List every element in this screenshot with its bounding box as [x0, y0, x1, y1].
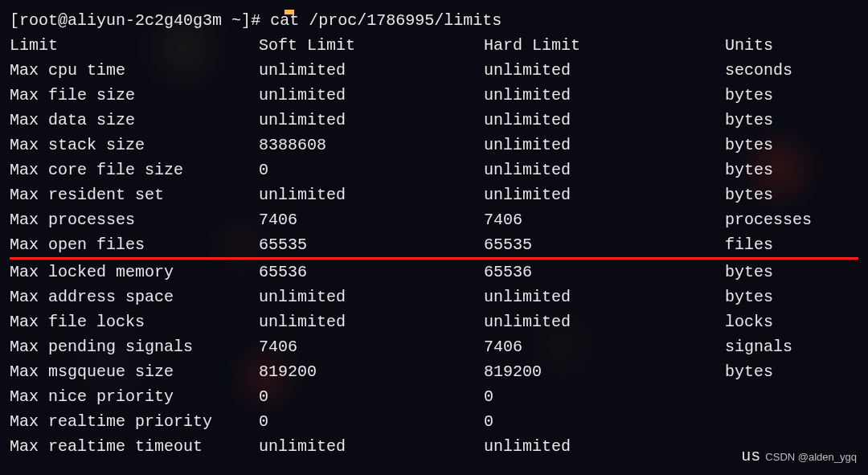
cell-soft-limit: 0	[259, 158, 484, 182]
cell-units: processes	[725, 207, 858, 232]
cell-hard-limit: unlimited	[484, 58, 725, 83]
cell-soft-limit: unlimited	[259, 309, 484, 334]
cell-soft-limit: 65535	[259, 232, 484, 257]
cell-soft-limit: 0	[259, 384, 484, 409]
cell-limit: Max file size	[10, 83, 259, 108]
cell-units: locks	[725, 309, 858, 334]
table-row: Max realtime priority00	[10, 409, 858, 434]
limits-header-row: Limit Soft Limit Hard Limit Units	[10, 33, 858, 58]
cell-units: files	[725, 232, 858, 257]
table-row: Max resident setunlimitedunlimitedbytes	[10, 182, 858, 207]
shell-prompt-line: [root@aliyun-2c2g40g3m ~]# cat /proc/178…	[10, 8, 858, 33]
prompt-symbol: #	[251, 11, 260, 30]
cell-soft-limit: unlimited	[259, 285, 484, 309]
header-soft: Soft Limit	[259, 33, 484, 58]
cell-hard-limit: unlimited	[484, 158, 725, 182]
table-row: Max pending signals74067406signals	[10, 334, 858, 359]
cell-soft-limit: unlimited	[259, 58, 484, 83]
cell-hard-limit: unlimited	[484, 108, 725, 133]
cell-units: signals	[725, 334, 858, 359]
cell-units: bytes	[725, 285, 858, 309]
cell-hard-limit: 65535	[484, 232, 725, 257]
table-row: Max file sizeunlimitedunlimitedbytes	[10, 83, 858, 108]
table-row: Max processes74067406processes	[10, 207, 858, 232]
limits-table-body: Max cpu timeunlimitedunlimitedsecondsMax…	[10, 58, 858, 459]
table-row: Max file locksunlimitedunlimitedlocks	[10, 309, 858, 334]
cell-soft-limit: unlimited	[259, 108, 484, 133]
prompt-cwd: ~	[231, 11, 241, 30]
header-limit: Limit	[10, 33, 259, 58]
cell-units: bytes	[725, 108, 858, 133]
cell-hard-limit: unlimited	[484, 434, 725, 459]
cell-limit: Max data size	[10, 108, 259, 133]
cell-soft-limit: 7406	[259, 207, 484, 232]
cell-hard-limit: 819200	[484, 359, 725, 384]
cell-units	[725, 409, 858, 434]
cell-units	[725, 384, 858, 409]
cell-limit: Max open files	[10, 232, 259, 257]
cell-hard-limit: 0	[484, 384, 725, 409]
table-row: Max open files6553565535files	[10, 232, 858, 260]
cell-soft-limit: 819200	[259, 359, 484, 384]
cell-limit: Max resident set	[10, 182, 259, 207]
cell-units: bytes	[725, 158, 858, 182]
header-units: Units	[725, 33, 858, 58]
header-hard: Hard Limit	[484, 33, 725, 58]
cell-limit: Max realtime priority	[10, 409, 259, 434]
prompt-command: cat /proc/1786995/limits	[270, 11, 502, 30]
table-row: Max cpu timeunlimitedunlimitedseconds	[10, 58, 858, 83]
cell-units: bytes	[725, 133, 858, 158]
cell-limit: Max core file size	[10, 158, 259, 182]
prompt-host: aliyun-2c2g40g3m	[68, 11, 222, 30]
cell-soft-limit: unlimited	[259, 434, 484, 459]
table-row: Max data sizeunlimitedunlimitedbytes	[10, 108, 858, 133]
cell-hard-limit: unlimited	[484, 309, 725, 334]
cell-units: bytes	[725, 260, 858, 285]
table-row: Max address spaceunlimitedunlimitedbytes	[10, 285, 858, 309]
cell-units: seconds	[725, 58, 858, 83]
cell-hard-limit: unlimited	[484, 133, 725, 158]
cell-soft-limit: 8388608	[259, 133, 484, 158]
table-row: Max realtime timeoutunlimitedunlimited	[10, 434, 858, 459]
terminal-cursor	[285, 10, 294, 14]
table-row: Max core file size0unlimitedbytes	[10, 158, 858, 182]
cell-limit: Max locked memory	[10, 260, 259, 285]
cell-hard-limit: 7406	[484, 334, 725, 359]
cell-soft-limit: 7406	[259, 334, 484, 359]
table-row: Max msgqueue size819200819200bytes	[10, 359, 858, 384]
last-units-visible: us	[741, 447, 760, 465]
table-row: Max stack size8388608unlimitedbytes	[10, 133, 858, 158]
cell-soft-limit: 65536	[259, 260, 484, 285]
watermark: usCSDN @alden_ygq	[741, 444, 857, 469]
cell-hard-limit: unlimited	[484, 182, 725, 207]
cell-hard-limit: 0	[484, 409, 725, 434]
cell-hard-limit: 65536	[484, 260, 725, 285]
cell-limit: Max stack size	[10, 133, 259, 158]
prompt-user: root	[19, 11, 58, 30]
cell-limit: Max address space	[10, 285, 259, 309]
cell-soft-limit: unlimited	[259, 83, 484, 108]
cell-limit: Max msgqueue size	[10, 359, 259, 384]
cell-soft-limit: 0	[259, 409, 484, 434]
cell-hard-limit: unlimited	[484, 83, 725, 108]
cell-units: bytes	[725, 182, 858, 207]
cell-limit: Max cpu time	[10, 58, 259, 83]
cell-limit: Max file locks	[10, 309, 259, 334]
cell-limit: Max nice priority	[10, 384, 259, 409]
cell-hard-limit: 7406	[484, 207, 725, 232]
cell-units: bytes	[725, 83, 858, 108]
table-row: Max locked memory6553665536bytes	[10, 260, 858, 285]
cell-limit: Max realtime timeout	[10, 434, 259, 459]
cell-units: bytes	[725, 359, 858, 384]
terminal-output[interactable]: [root@aliyun-2c2g40g3m ~]# cat /proc/178…	[10, 8, 858, 459]
watermark-text: CSDN @alden_ygq	[765, 451, 857, 463]
table-row: Max nice priority00	[10, 384, 858, 409]
cell-limit: Max pending signals	[10, 334, 259, 359]
cell-hard-limit: unlimited	[484, 285, 725, 309]
cell-soft-limit: unlimited	[259, 182, 484, 207]
cell-limit: Max processes	[10, 207, 259, 232]
